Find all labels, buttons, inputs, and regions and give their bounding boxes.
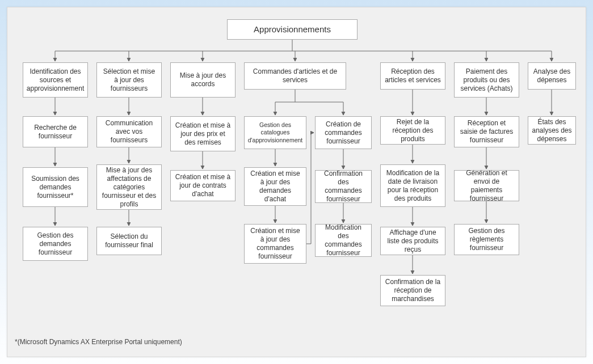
node-c4-r0: Création de commandes fournisseur bbox=[315, 116, 372, 149]
node-c4-r1: Confirmation des commandes fournisseur bbox=[315, 170, 372, 203]
node-c6-2: Gestion des règlements fournisseur bbox=[454, 224, 519, 255]
node-c5-0: Rejet de la réception des produits bbox=[380, 116, 445, 145]
node-c1-head: Identification des sources et approvisio… bbox=[23, 62, 88, 98]
node-c1-0: Recherche de fournisseur bbox=[23, 116, 88, 147]
node-c4-l2: Création et mise à jour des commandes fo… bbox=[244, 224, 306, 264]
node-c2-2: Sélection du fournisseur final bbox=[96, 227, 162, 255]
node-c2-head: Sélection et mise à jour des fournisseur… bbox=[96, 62, 162, 98]
node-c5-1: Modification de la date de livraison pou… bbox=[380, 164, 445, 207]
node-c5-3: Confirmation de la réception de marchand… bbox=[380, 275, 445, 306]
node-c5-2: Affichage d'une liste des produits reçus bbox=[380, 227, 445, 255]
node-c4-head: Commandes d'articles et de services bbox=[244, 62, 346, 90]
node-root: Approvisionnements bbox=[227, 19, 358, 40]
footnote: *(Microsoft Dynamics AX Enterprise Porta… bbox=[15, 338, 182, 346]
node-c7-head: Analyse des dépenses bbox=[528, 62, 576, 90]
node-c3-0: Création et mise à jour des prix et des … bbox=[170, 116, 235, 151]
node-c2-1: Mise à jour des affectations de catégori… bbox=[96, 164, 162, 210]
node-c4-l0: Gestion des catalogues d'approvisionneme… bbox=[244, 116, 306, 149]
node-c7-0: États des analyses des dépenses bbox=[528, 116, 576, 145]
node-c3-1: Création et mise à jour de contrats d'ac… bbox=[170, 170, 235, 201]
node-c6-head: Paiement des produits ou des services (A… bbox=[454, 62, 519, 98]
node-c4-l1: Création et mise à jour des demandes d'a… bbox=[244, 167, 306, 206]
node-c1-2: Gestion des demandes fournisseur bbox=[23, 227, 88, 261]
node-c1-1: Soumission des demandes fournisseur* bbox=[23, 167, 88, 207]
node-c2-0: Communication avec vos fournisseurs bbox=[96, 116, 162, 147]
node-c4-r2: Modification des commandes fournisseur bbox=[315, 224, 372, 257]
node-c6-1: Génération et envoi de paiements fournis… bbox=[454, 170, 519, 201]
node-c6-0: Réception et saisie de factures fourniss… bbox=[454, 116, 519, 147]
node-c3-head: Mise à jour des accords bbox=[170, 62, 235, 98]
node-c5-head: Réception des articles et services bbox=[380, 62, 445, 90]
